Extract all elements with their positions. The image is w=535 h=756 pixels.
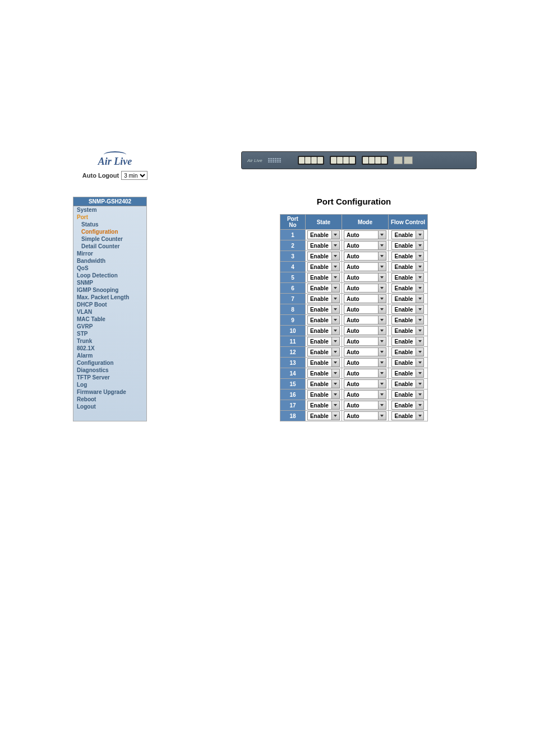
state-select[interactable]: Enable: [307, 326, 340, 335]
sidebar-item-igmp-snooping[interactable]: IGMP Snooping: [73, 286, 146, 294]
sidebar-item-mirror[interactable]: Mirror: [73, 250, 146, 257]
state-select[interactable]: Enable: [307, 262, 340, 271]
flow-select[interactable]: Enable: [391, 347, 424, 356]
state-select[interactable]: Enable: [307, 390, 340, 399]
sidebar-item-firmware-upgrade[interactable]: Firmware Upgrade: [73, 388, 146, 396]
mode-select[interactable]: Auto: [344, 337, 386, 346]
mode-select-value: Auto: [344, 232, 378, 238]
flow-select[interactable]: Enable: [391, 252, 424, 261]
port-group-icon: [330, 156, 356, 165]
sidebar-item-detail-counter[interactable]: Detail Counter: [73, 243, 146, 250]
sidebar-item-diagnostics[interactable]: Diagnostics: [73, 367, 146, 374]
mode-select[interactable]: Auto: [344, 411, 386, 420]
flow-select[interactable]: Enable: [391, 401, 424, 410]
mode-select[interactable]: Auto: [344, 305, 386, 314]
state-select[interactable]: Enable: [307, 305, 340, 314]
mode-select[interactable]: Auto: [344, 358, 386, 367]
sidebar-item-logout[interactable]: Logout: [73, 403, 146, 410]
port-no-cell: 17: [280, 400, 305, 410]
state-select[interactable]: Enable: [307, 358, 340, 367]
mode-select[interactable]: Auto: [344, 262, 386, 271]
mode-select[interactable]: Auto: [344, 401, 386, 410]
flow-select[interactable]: Enable: [391, 358, 424, 367]
chevron-down-icon: [331, 252, 339, 260]
table-row: 14EnableAutoEnable: [280, 368, 427, 378]
state-select[interactable]: Enable: [307, 241, 340, 250]
mode-select[interactable]: Auto: [344, 241, 386, 250]
sidebar-item-simple-counter[interactable]: Simple Counter: [73, 235, 146, 243]
mode-select-value: Auto: [344, 392, 378, 398]
flow-select[interactable]: Enable: [391, 316, 424, 324]
mode-select[interactable]: Auto: [344, 294, 386, 303]
flow-select[interactable]: Enable: [391, 369, 424, 378]
flow-select[interactable]: Enable: [391, 326, 424, 335]
flow-select[interactable]: Enable: [391, 230, 424, 239]
state-select-value: Enable: [308, 243, 331, 249]
sidebar-item-bandwidth[interactable]: Bandwidth: [73, 257, 146, 265]
state-select[interactable]: Enable: [307, 401, 340, 410]
state-select[interactable]: Enable: [307, 252, 340, 261]
sidebar-item-max-packet-length[interactable]: Max. Packet Length: [73, 294, 146, 301]
sidebar-item-alarm[interactable]: Alarm: [73, 352, 146, 359]
state-select[interactable]: Enable: [307, 294, 340, 303]
flow-select-cell: Enable: [389, 272, 427, 282]
flow-select[interactable]: Enable: [391, 337, 424, 346]
sidebar-item-reboot[interactable]: Reboot: [73, 396, 146, 403]
state-select[interactable]: Enable: [307, 230, 340, 239]
state-select[interactable]: Enable: [307, 379, 340, 388]
mode-select[interactable]: Auto: [344, 230, 386, 239]
sidebar-item-qos[interactable]: QoS: [73, 265, 146, 272]
state-select[interactable]: Enable: [307, 369, 340, 378]
sidebar-item-configuration[interactable]: Configuration: [73, 359, 146, 367]
sidebar-item-gvrp[interactable]: GVRP: [73, 323, 146, 330]
state-select-cell: Enable: [306, 294, 342, 304]
flow-select[interactable]: Enable: [391, 262, 424, 271]
sidebar-item-port[interactable]: Port: [73, 214, 146, 221]
state-select[interactable]: Enable: [307, 347, 340, 356]
state-select[interactable]: Enable: [307, 273, 340, 282]
mode-select[interactable]: Auto: [344, 284, 386, 293]
flow-select[interactable]: Enable: [391, 379, 424, 388]
state-select[interactable]: Enable: [307, 316, 340, 324]
flow-select[interactable]: Enable: [391, 305, 424, 314]
chevron-down-icon: [416, 231, 423, 239]
flow-select-cell: Enable: [389, 411, 427, 421]
sidebar-item-vlan[interactable]: VLAN: [73, 308, 146, 316]
chevron-down-icon: [378, 391, 386, 398]
flow-select-value: Enable: [392, 243, 416, 249]
sidebar-item-mac-table[interactable]: MAC Table: [73, 316, 146, 323]
mode-select[interactable]: Auto: [344, 273, 386, 282]
sidebar-item-configuration[interactable]: Configuration: [73, 228, 146, 235]
flow-select[interactable]: Enable: [391, 284, 424, 293]
sidebar-item-snmp[interactable]: SNMP: [73, 279, 146, 286]
mode-select[interactable]: Auto: [344, 347, 386, 356]
mode-select[interactable]: Auto: [344, 326, 386, 335]
state-select[interactable]: Enable: [307, 411, 340, 420]
table-row: 12EnableAutoEnable: [280, 347, 427, 357]
mode-select[interactable]: Auto: [344, 369, 386, 378]
chevron-down-icon: [331, 412, 339, 420]
flow-select[interactable]: Enable: [391, 294, 424, 303]
chevron-down-icon: [416, 337, 423, 345]
mode-select[interactable]: Auto: [344, 316, 386, 324]
flow-select[interactable]: Enable: [391, 273, 424, 282]
port-no-cell: 9: [280, 315, 305, 325]
mode-select[interactable]: Auto: [344, 379, 386, 388]
flow-select[interactable]: Enable: [391, 411, 424, 420]
auto-logout-select[interactable]: 3 min: [121, 171, 147, 180]
sidebar-item-loop-detection[interactable]: Loop Detection: [73, 272, 146, 279]
state-select[interactable]: Enable: [307, 337, 340, 346]
flow-select[interactable]: Enable: [391, 241, 424, 250]
sidebar-item-trunk[interactable]: Trunk: [73, 337, 146, 345]
state-select[interactable]: Enable: [307, 284, 340, 293]
sidebar-item-status[interactable]: Status: [73, 221, 146, 228]
mode-select[interactable]: Auto: [344, 390, 386, 399]
mode-select[interactable]: Auto: [344, 252, 386, 261]
sidebar-item-log[interactable]: Log: [73, 381, 146, 388]
sidebar-item-tftp-server[interactable]: TFTP Server: [73, 374, 146, 381]
flow-select[interactable]: Enable: [391, 390, 424, 399]
sidebar-item-stp[interactable]: STP: [73, 330, 146, 337]
sidebar-item-802-1x[interactable]: 802.1X: [73, 345, 146, 352]
sidebar-item-system[interactable]: System: [73, 206, 146, 214]
sidebar-item-dhcp-boot[interactable]: DHCP Boot: [73, 301, 146, 308]
